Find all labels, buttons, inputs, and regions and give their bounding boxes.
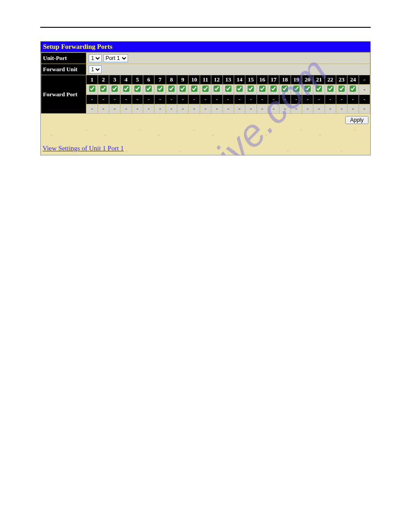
dash-cell: -: [291, 95, 302, 104]
forward-unit-select[interactable]: 1: [89, 65, 102, 73]
dash-cell: -: [257, 104, 268, 114]
dash-cell: -: [120, 104, 132, 114]
dash-cell: -: [302, 95, 313, 104]
port-col-header: 12: [211, 75, 223, 85]
port-col-header: 5: [132, 75, 143, 85]
dash-cell: -: [302, 104, 313, 114]
forward-port-checkbox[interactable]: [236, 86, 243, 92]
forward-port-checkbox[interactable]: [180, 86, 186, 92]
dash-cell: -: [234, 104, 245, 114]
port-col-header: 16: [257, 75, 268, 85]
forward-port-checkbox[interactable]: [282, 86, 288, 92]
dash-cell: -: [188, 104, 200, 114]
dash-cell: -: [223, 95, 234, 104]
forward-port-checkbox[interactable]: [134, 86, 141, 92]
dash-cell: -: [98, 104, 109, 114]
port-col-header: -: [359, 75, 370, 85]
forward-port-checkbox[interactable]: [202, 86, 209, 92]
forward-port-checkbox[interactable]: [270, 86, 277, 92]
forward-port-checkbox[interactable]: [157, 86, 163, 92]
dash-cell: -: [211, 95, 223, 104]
dash-cell: -: [245, 95, 257, 104]
port-col-header: 9: [177, 75, 188, 85]
dash-cell: -: [359, 95, 370, 104]
dash-cell: -: [325, 104, 336, 114]
dash-cell: -: [166, 104, 177, 114]
forward-port-checkbox[interactable]: [214, 86, 220, 92]
dash-cell: -: [200, 95, 211, 104]
dash-cell: -: [279, 95, 291, 104]
port-col-header: 24: [347, 75, 359, 85]
dash-cell: -: [268, 95, 279, 104]
forward-port-checkbox[interactable]: [168, 86, 175, 92]
port-check-row: -: [41, 85, 370, 95]
port-dash-row-1: - - - - - - - - - - - - - - - - - - - -: [41, 95, 370, 104]
unit-select[interactable]: 1: [89, 54, 102, 62]
forward-port-checkbox[interactable]: [259, 86, 265, 92]
dash-cell: -: [291, 104, 302, 114]
panel-title: Setup Forwarding Ports: [41, 42, 370, 52]
dash-cell: -: [325, 95, 336, 104]
setup-forwarding-panel: Setup Forwarding Ports Unit-Port 1 Port …: [40, 41, 371, 155]
forward-port-checkbox[interactable]: [100, 86, 107, 92]
dash-cell: -: [268, 104, 279, 114]
port-select[interactable]: Port 1: [103, 54, 128, 62]
forward-port-checkbox[interactable]: [225, 86, 231, 92]
forward-port-checkbox[interactable]: [304, 86, 311, 92]
port-col-header: 1: [86, 75, 98, 85]
port-col-header: 23: [336, 75, 347, 85]
dash-cell: -: [166, 95, 177, 104]
forward-port-checkbox[interactable]: [111, 86, 118, 92]
config-table: Unit-Port 1 Port 1 Forward Unit 1 Forwar…: [41, 52, 370, 114]
dash-cell: -: [132, 95, 143, 104]
port-col-header: 14: [234, 75, 245, 85]
dash-cell: -: [336, 104, 347, 114]
forward-port-checkbox[interactable]: [123, 86, 129, 92]
forward-port-checkbox[interactable]: [89, 86, 95, 92]
dash-cell: -: [120, 95, 132, 104]
dash-cell: -: [245, 104, 257, 114]
view-settings-link[interactable]: View Settings of Unit 1 Port 1: [43, 145, 124, 152]
forward-port-checkbox[interactable]: [316, 86, 322, 92]
port-col-header: 20: [302, 75, 313, 85]
port-col-header: 15: [245, 75, 257, 85]
dash-cell: -: [143, 104, 154, 114]
port-col-header: 10: [188, 75, 200, 85]
unit-port-row: Unit-Port 1 Port 1: [41, 53, 370, 64]
dash-cell: -: [279, 104, 291, 114]
port-col-header: 17: [268, 75, 279, 85]
port-col-header: 13: [223, 75, 234, 85]
panel-bottom: Apply View Settings of Unit 1 Port 1: [41, 114, 370, 155]
dash-cell: -: [200, 104, 211, 114]
port-col-header: 6: [143, 75, 154, 85]
forward-port-dash: -: [359, 85, 370, 95]
forward-port-checkbox[interactable]: [350, 86, 356, 92]
unit-port-label: Unit-Port: [41, 53, 86, 64]
forward-port-checkbox[interactable]: [248, 86, 254, 92]
dash-cell: -: [234, 95, 245, 104]
port-col-header: 11: [200, 75, 211, 85]
dash-cell: -: [188, 95, 200, 104]
port-col-header: 8: [166, 75, 177, 85]
dash-cell: -: [177, 104, 188, 114]
dash-cell: -: [143, 95, 154, 104]
port-col-header: 21: [313, 75, 325, 85]
forward-port-label: Forward Port: [41, 75, 86, 114]
forward-port-checkbox[interactable]: [146, 86, 152, 92]
dash-cell: -: [313, 95, 325, 104]
top-rule: [40, 27, 371, 28]
port-col-header: 22: [325, 75, 336, 85]
dash-cell: -: [347, 104, 359, 114]
forward-port-checkbox[interactable]: [293, 86, 300, 92]
dash-cell: -: [154, 104, 166, 114]
forward-unit-label: Forward Unit: [41, 64, 86, 75]
dash-cell: -: [177, 95, 188, 104]
apply-button[interactable]: Apply: [345, 116, 368, 124]
dash-cell: -: [98, 95, 109, 104]
dash-cell: -: [359, 104, 370, 114]
port-col-header: 2: [98, 75, 109, 85]
dash-cell: -: [86, 95, 98, 104]
forward-port-checkbox[interactable]: [338, 86, 345, 92]
forward-port-checkbox[interactable]: [191, 86, 197, 92]
forward-port-checkbox[interactable]: [327, 86, 334, 92]
